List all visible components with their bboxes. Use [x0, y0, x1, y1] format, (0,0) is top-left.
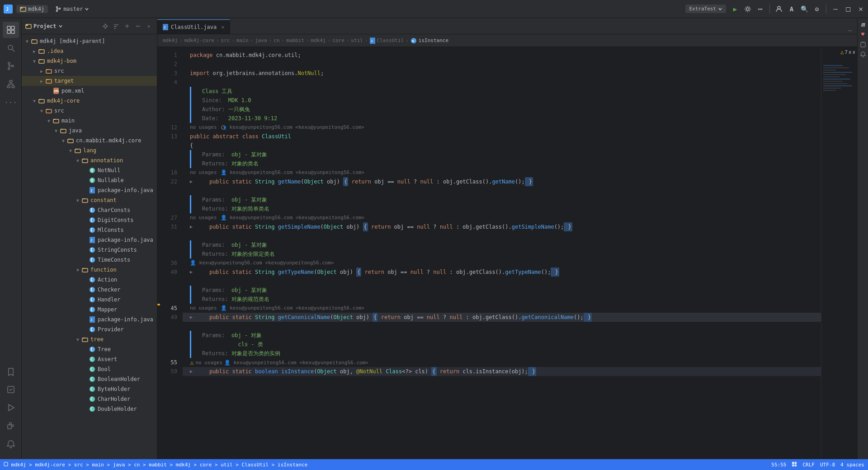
tree-item-java[interactable]: ▼ java [22, 126, 157, 136]
status-encoding[interactable]: UTF-8 [820, 462, 835, 468]
code-area[interactable]: package cn.mabbit.mdk4j.core.util; impor… [183, 47, 821, 459]
tree-item-charconsts[interactable]: ▶ I CharConsts [22, 205, 157, 215]
right-icon-notification[interactable] [859, 50, 868, 59]
sidebar-tree[interactable]: ▼ mdk4j [mdk4j-parent] ▶ .idea ▼ [22, 34, 157, 459]
tree-arrow-function[interactable]: ▼ [74, 266, 81, 273]
status-indent[interactable]: 4 spaces [840, 462, 864, 468]
tree-item-constant[interactable]: ▼ constant [22, 195, 157, 205]
status-crlf[interactable]: CRLF [802, 462, 815, 468]
tree-item-byteholder[interactable]: ▶ C ByteHolder [22, 384, 157, 394]
tab-close-classutil[interactable]: ✕ [221, 24, 224, 30]
tree-item-checker[interactable]: ▶ I Checker [22, 285, 157, 295]
tab-classutil[interactable]: J ClassUtil.java ✕ [157, 19, 230, 34]
more-menu-button[interactable]: ⋯ [757, 5, 764, 13]
tree-arrow-lang[interactable]: ▼ [67, 147, 74, 154]
tab-more-button[interactable]: ⋯ [843, 28, 857, 34]
fold-arrow-36[interactable]: ▶ [190, 268, 196, 277]
tree-item-action[interactable]: ▶ I Action [22, 275, 157, 285]
breadcrumb-mabbit[interactable]: mabbit [286, 38, 304, 43]
tree-item-booleanholder[interactable]: ▶ C BooleanHolder [22, 374, 157, 384]
tree-arrow-cn[interactable]: ▼ [60, 137, 67, 144]
tree-item-doubleholder[interactable]: ▶ C DoubleHolder [22, 404, 157, 414]
collapse-all-button[interactable] [112, 22, 121, 31]
activity-more[interactable]: ··· [3, 94, 19, 110]
run-button[interactable]: ▶ [731, 5, 739, 13]
breadcrumb-classutil[interactable]: ClassUtil [377, 38, 404, 43]
tree-item-mdk4j-bom[interactable]: ▼ mdk4j-bom [22, 56, 157, 66]
activity-project[interactable] [3, 22, 19, 38]
settings-button[interactable]: ⚙ [813, 5, 821, 13]
tree-item-cn-package[interactable]: ▼ cn.mabbit.mdk4j.core [22, 136, 157, 146]
project-selector[interactable]: mdk4j [16, 5, 48, 13]
tree-item-stringconsts[interactable]: ▶ I StringConsts [22, 245, 157, 255]
tree-item-function[interactable]: ▼ function [22, 265, 157, 275]
tree-item-tree-class[interactable]: ▶ I Tree [22, 344, 157, 354]
build-icon[interactable] [744, 5, 751, 13]
tree-item-mapper[interactable]: ▶ I Mapper [22, 305, 157, 315]
tree-item-idea[interactable]: ▶ .idea [22, 46, 157, 56]
breadcrumb-cn[interactable]: cn [274, 38, 279, 43]
tree-item-root[interactable]: ▼ mdk4j [mdk4j-parent] [22, 36, 157, 46]
fold-arrow-45[interactable]: ▶ [190, 313, 196, 322]
breadcrumb-src[interactable]: src [221, 38, 230, 43]
minimize-button[interactable]: — [832, 5, 839, 13]
breadcrumb-mdk4j[interactable]: mdk4j [163, 38, 178, 43]
right-icon-heart[interactable]: ♥ [859, 30, 868, 39]
tree-item-timeconsts[interactable]: ▶ I TimeConsts [22, 255, 157, 265]
tree-arrow-idea[interactable]: ▶ [31, 47, 38, 55]
translate-icon[interactable]: A [788, 5, 795, 13]
breadcrumb-util[interactable]: util [351, 38, 363, 43]
tree-arrow-annotation[interactable]: ▼ [74, 157, 81, 164]
activity-bookmarks[interactable] [3, 363, 19, 380]
tree-item-main[interactable]: ▼ main [22, 116, 157, 126]
fold-arrow-18[interactable]: ▶ [190, 177, 196, 186]
tree-item-pkg-info-func[interactable]: ▶ J package-info.java [22, 315, 157, 324]
activity-structure[interactable] [3, 76, 19, 92]
tree-item-src-bom[interactable]: ▶ src [22, 66, 157, 76]
tree-arrow-java[interactable]: ▼ [52, 127, 60, 134]
settings-dots-button[interactable]: ⋯ [133, 22, 142, 31]
status-position[interactable]: 55:55 [771, 462, 786, 468]
profile-icon[interactable] [775, 5, 783, 13]
tree-item-notnull[interactable]: ▶ @ NotNull [22, 165, 157, 175]
status-path[interactable]: mdk4j > mdk4j-core > src > main > java >… [4, 462, 307, 468]
breadcrumb-core[interactable]: mdk4j-core [184, 38, 214, 43]
tree-item-target[interactable]: ▶ target [22, 76, 157, 86]
tree-arrow-target[interactable]: ▶ [38, 77, 45, 85]
close-button[interactable]: ✕ [857, 5, 864, 13]
tree-arrow-src-bom[interactable]: ▶ [38, 67, 45, 75]
tree-arrow-tree[interactable]: ▼ [74, 336, 81, 343]
activity-find[interactable] [3, 40, 19, 56]
maximize-button[interactable]: □ [844, 5, 852, 13]
tree-arrow-main[interactable]: ▼ [45, 117, 52, 124]
tree-arrow-core[interactable]: ▼ [31, 97, 38, 104]
branch-selector[interactable]: master [52, 5, 93, 13]
activity-plugins[interactable] [3, 418, 19, 434]
activity-git[interactable] [3, 58, 19, 74]
tree-item-src-core[interactable]: ▼ src [22, 106, 157, 116]
tree-item-provider[interactable]: ▶ I Provider [22, 324, 157, 334]
fold-arrow-55[interactable]: ▶ [190, 367, 196, 376]
breadcrumb-isinstance[interactable]: isInstance [419, 38, 448, 43]
tree-item-handler[interactable]: ▶ I Handler [22, 295, 157, 305]
tree-item-mlconsts[interactable]: ▶ I MlConsts [22, 225, 157, 235]
tree-item-pom-bom[interactable]: ▶ XML pom.xml [22, 86, 157, 96]
locate-file-button[interactable] [101, 22, 110, 31]
tree-arrow-src-core[interactable]: ▼ [38, 107, 45, 114]
activity-run[interactable] [3, 400, 19, 416]
hide-sidebar-button[interactable]: ✕ [144, 22, 153, 31]
search-button[interactable]: 🔍 [801, 5, 808, 13]
activity-notifications[interactable] [3, 436, 19, 452]
extra-test-button[interactable]: ExtraTest [685, 5, 726, 13]
tree-item-mdk4j-core[interactable]: ▼ mdk4j-core [22, 96, 157, 106]
tree-item-assert[interactable]: ▶ C Assert [22, 354, 157, 364]
breadcrumb-mdk4j2[interactable]: mdk4j [311, 38, 326, 43]
tree-item-digitconsts[interactable]: ▶ I DigitConsts [22, 215, 157, 225]
breadcrumb-core2[interactable]: core [332, 38, 344, 43]
tree-item-pkg-info-const[interactable]: ▶ J package-info.java [22, 235, 157, 245]
tree-item-annotation[interactable]: ▼ annotation [22, 155, 157, 165]
tree-item-nullable[interactable]: ▶ @ Nullable [22, 175, 157, 185]
activity-todo[interactable] [3, 381, 19, 398]
new-file-button[interactable]: + [123, 22, 132, 31]
tree-item-lang[interactable]: ▼ lang [22, 146, 157, 155]
